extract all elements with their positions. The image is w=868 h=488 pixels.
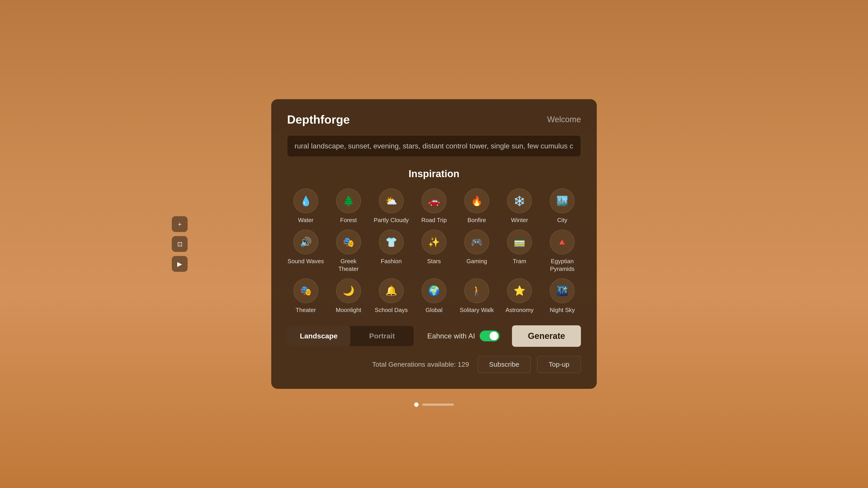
- bottom-controls: Landscape Portrait Eahnce with AI Genera…: [287, 325, 581, 347]
- fashion-icon: 👕: [379, 230, 404, 254]
- insp-item-fashion[interactable]: 👕 Fashion: [373, 230, 410, 273]
- insp-label-tram: Tram: [513, 258, 526, 265]
- insp-label-astronomy: Astronomy: [505, 306, 533, 314]
- orientation-toggle: Landscape Portrait: [287, 326, 414, 346]
- insp-item-astronomy[interactable]: ⭐ Astronomy: [501, 278, 538, 314]
- insp-item-egyptian-pyramids[interactable]: 🔺 Egyptian Pyramids: [544, 230, 581, 273]
- insp-item-bonfire[interactable]: 🔥 Bonfire: [458, 188, 495, 224]
- topup-button[interactable]: Top-up: [537, 356, 581, 373]
- generate-button[interactable]: Generate: [512, 325, 581, 347]
- insp-item-gaming[interactable]: 🎮 Gaming: [458, 230, 495, 273]
- stars-icon: ✨: [422, 230, 446, 254]
- astronomy-icon: ⭐: [507, 278, 532, 303]
- sound-waves-icon: 🔊: [293, 230, 318, 254]
- insp-item-global[interactable]: 🌍 Global: [415, 278, 453, 314]
- city-icon: 🏙️: [550, 188, 575, 213]
- insp-label-night-sky: Night Sky: [550, 306, 575, 314]
- insp-label-stars: Stars: [427, 258, 441, 265]
- insp-item-stars[interactable]: ✨ Stars: [415, 230, 453, 273]
- road-trip-icon: 🚗: [422, 188, 446, 213]
- insp-item-city[interactable]: 🏙️ City: [544, 188, 581, 224]
- insp-item-theater[interactable]: 🎭 Theater: [287, 278, 324, 314]
- footer: Total Generations available: 129 Subscri…: [287, 356, 581, 373]
- toggle-thumb: [490, 332, 498, 340]
- sidebar-play-button[interactable]: ▶: [172, 256, 188, 272]
- insp-label-partly-cloudy: Partly Cloudy: [374, 217, 409, 224]
- insp-label-egyptian-pyramids: Egyptian Pyramids: [544, 258, 581, 273]
- gaming-icon: 🎮: [464, 230, 489, 254]
- insp-item-partly-cloudy[interactable]: ⛅ Partly Cloudy: [373, 188, 410, 224]
- header: Depthforge Welcome: [287, 113, 581, 126]
- insp-label-bonfire: Bonfire: [467, 217, 486, 224]
- water-icon: 💧: [293, 188, 318, 213]
- app-title: Depthforge: [287, 113, 350, 126]
- insp-label-theater: Theater: [296, 306, 316, 314]
- insp-item-tram[interactable]: 🚃 Tram: [501, 230, 538, 273]
- school-days-icon: 🔔: [379, 278, 404, 303]
- landscape-button[interactable]: Landscape: [287, 326, 350, 346]
- insp-item-water[interactable]: 💧 Water: [287, 188, 324, 224]
- inspiration-title: Inspiration: [287, 168, 581, 180]
- theater-icon: 🎭: [293, 278, 318, 303]
- forest-icon: 🌲: [336, 188, 361, 213]
- bonfire-icon: 🔥: [464, 188, 489, 213]
- enhance-toggle[interactable]: [480, 330, 500, 341]
- insp-label-greek-theater: Greek Theater: [330, 258, 367, 273]
- insp-label-water: Water: [298, 217, 313, 224]
- insp-item-night-sky[interactable]: 🌃 Night Sky: [544, 278, 581, 314]
- insp-label-solitary-walk: Solitary Walk: [460, 306, 494, 314]
- welcome-text: Welcome: [547, 115, 581, 124]
- insp-item-solitary-walk[interactable]: 🚶 Solitary Walk: [458, 278, 495, 314]
- global-icon: 🌍: [422, 278, 446, 303]
- subscribe-button[interactable]: Subscribe: [477, 356, 531, 373]
- prompt-input[interactable]: [287, 135, 581, 157]
- main-panel: Depthforge Welcome Inspiration 💧 Water 🌲…: [271, 99, 597, 389]
- night-sky-icon: 🌃: [550, 278, 575, 303]
- insp-item-school-days[interactable]: 🔔 School Days: [373, 278, 410, 314]
- insp-label-school-days: School Days: [375, 306, 408, 314]
- insp-label-winter: Winter: [511, 217, 528, 224]
- insp-item-greek-theater[interactable]: 🎭 Greek Theater: [330, 230, 367, 273]
- tram-icon: 🚃: [507, 230, 532, 254]
- sidebar-gallery-button[interactable]: ⊡: [172, 236, 188, 252]
- solitary-walk-icon: 🚶: [464, 278, 489, 303]
- insp-item-forest[interactable]: 🌲 Forest: [330, 188, 367, 224]
- sidebar-add-button[interactable]: ＋: [172, 216, 188, 232]
- insp-label-city: City: [557, 217, 567, 224]
- scroll-dots: [414, 402, 454, 407]
- insp-label-global: Global: [426, 306, 442, 314]
- insp-label-road-trip: Road Trip: [421, 217, 447, 224]
- insp-item-moonlight[interactable]: 🌙 Moonlight: [330, 278, 367, 314]
- insp-item-road-trip[interactable]: 🚗 Road Trip: [415, 188, 453, 224]
- inspiration-grid: 💧 Water 🌲 Forest ⛅ Partly Cloudy 🚗 Road …: [287, 188, 581, 314]
- enhance-label: Eahnce with AI: [427, 332, 475, 340]
- toggle-track: [480, 330, 500, 341]
- insp-label-gaming: Gaming: [467, 258, 487, 265]
- portrait-button[interactable]: Portrait: [350, 326, 414, 346]
- partly-cloudy-icon: ⛅: [379, 188, 404, 213]
- insp-label-moonlight: Moonlight: [336, 306, 361, 314]
- greek-theater-icon: 🎭: [336, 230, 361, 254]
- insp-label-fashion: Fashion: [381, 258, 402, 265]
- scroll-dot-active: [414, 402, 418, 407]
- egyptian-pyramids-icon: 🔺: [550, 230, 575, 254]
- insp-item-sound-waves[interactable]: 🔊 Sound Waves: [287, 230, 324, 273]
- insp-label-sound-waves: Sound Waves: [287, 258, 324, 265]
- winter-icon: ❄️: [507, 188, 532, 213]
- moonlight-icon: 🌙: [336, 278, 361, 303]
- insp-item-winter[interactable]: ❄️ Winter: [501, 188, 538, 224]
- scroll-dot-bar: [422, 403, 454, 406]
- sidebar: ＋ ⊡ ▶: [172, 216, 188, 272]
- enhance-section: Eahnce with AI: [427, 330, 500, 341]
- generations-text: Total Generations available: 129: [372, 361, 469, 368]
- insp-label-forest: Forest: [340, 217, 357, 224]
